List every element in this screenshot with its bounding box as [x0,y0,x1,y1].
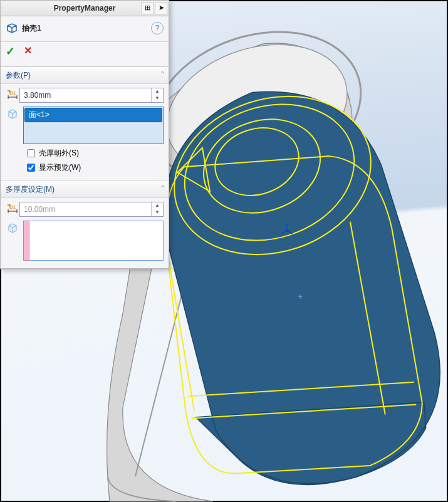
multi-faces-list[interactable] [29,221,164,261]
multi-thickness-dim-icon: D1 [6,202,19,216]
svg-point-6 [286,229,288,232]
spin-up-icon[interactable]: ▲ [152,202,163,209]
faces-remove-icon [6,107,19,120]
spin-up-icon[interactable]: ▲ [152,88,163,95]
section-header-multi[interactable]: 多厚度设定(M) ˄ [1,180,169,198]
help-button[interactable]: ? [151,22,164,34]
multi-faces-marker [23,221,29,261]
spin-down-icon[interactable]: ▼ [152,209,163,216]
faces-remove-list[interactable]: 面<1> [23,107,164,144]
show-preview-label: 显示预览(W) [39,162,81,173]
pin-icon[interactable]: ➤ [155,2,167,14]
section-title-params: 参数(P) [6,70,31,81]
panel-title: PropertyManager [54,4,116,13]
shell-outward-label: 壳厚朝外(S) [39,148,79,159]
cancel-button[interactable]: ✕ [24,44,32,61]
section-body-multi: D1 10.00mm ▲ ▼ [1,198,169,268]
section-title-multi: 多厚度设定(M) [6,184,55,195]
shell-icon [6,22,18,34]
list-item[interactable]: 面<1> [24,108,162,122]
point-marker: + [298,291,303,301]
show-preview-checkbox[interactable] [27,164,35,172]
thickness-dim-icon: D1 [6,88,19,102]
chevron-up-icon[interactable]: ˄ [160,184,165,194]
spin-down-icon[interactable]: ▼ [152,95,163,102]
confirm-row: ✓ ✕ [1,42,169,66]
multi-thickness-value: 10.00mm [24,205,55,214]
feature-name: 抽壳1 [22,23,41,34]
thickness-input[interactable]: 3.80mm ▲ ▼ [19,88,164,103]
feature-header: 抽壳1 ? [1,16,169,42]
shell-outward-checkbox[interactable] [27,149,35,157]
multi-thickness-input[interactable]: 10.00mm ▲ ▼ [19,202,164,217]
ok-button[interactable]: ✓ [6,44,15,61]
panel-header: PropertyManager ⊞ ➤ [1,1,169,16]
flyout-icon[interactable]: ⊞ [141,2,154,14]
section-body-params: D1 3.80mm ▲ ▼ 面 [1,84,169,180]
chevron-up-icon[interactable]: ˄ [160,70,165,80]
section-header-params[interactable]: 参数(P) ˄ [1,66,169,84]
multi-faces-icon [6,221,19,234]
property-manager-panel: PropertyManager ⊞ ➤ 抽壳1 ? ✓ ✕ 参数(P) ˄ D1 [0,0,169,269]
thickness-value: 3.80mm [24,91,51,100]
